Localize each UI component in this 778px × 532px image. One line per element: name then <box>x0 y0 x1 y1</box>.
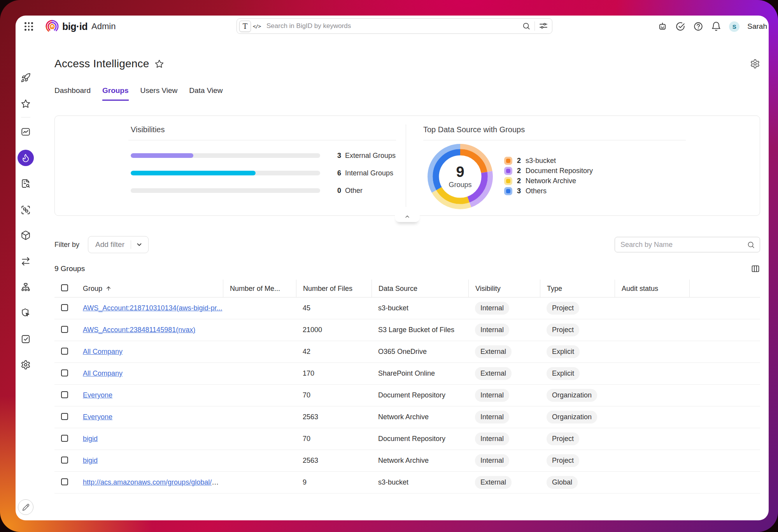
sidebar-item-hierarchy[interactable] <box>21 282 31 292</box>
row-checkbox[interactable] <box>61 369 68 376</box>
app-window: big·id Admin T </> <box>16 16 769 520</box>
help-circle-icon[interactable] <box>693 21 703 32</box>
brand-name: big·id <box>62 21 88 32</box>
sidebar-item-data-flows[interactable] <box>21 256 31 266</box>
column-header-visibility[interactable]: Visibility <box>468 280 540 298</box>
sidebar-item-catalog[interactable] <box>21 178 31 189</box>
row-checkbox[interactable] <box>61 348 68 355</box>
app-launcher-icon[interactable] <box>23 21 34 32</box>
edit-fab[interactable] <box>18 499 33 515</box>
row-checkbox[interactable] <box>61 304 68 311</box>
group-link[interactable]: AWS_Account:218710310134(aws-bigid-pr... <box>83 304 223 312</box>
bar-count: 6 <box>337 169 341 177</box>
column-header-group[interactable]: Group <box>76 280 223 298</box>
visibility-bar-row: 3External Groups <box>131 153 406 158</box>
column-header-members[interactable]: Number of Me... <box>223 280 296 298</box>
page-settings-icon[interactable] <box>750 59 760 69</box>
visibility-badge: External <box>475 367 512 380</box>
group-link[interactable]: Everyone <box>83 391 112 399</box>
sidebar-item-settings[interactable] <box>21 360 31 370</box>
global-search-input[interactable] <box>266 22 522 30</box>
advanced-search-icon[interactable] <box>539 21 548 31</box>
global-search-bar[interactable]: T </> <box>237 18 552 34</box>
legend-label: Network Archive <box>526 177 576 185</box>
favorite-star-icon[interactable] <box>154 59 164 69</box>
group-link[interactable]: bigid <box>83 457 98 464</box>
column-header-audit-status[interactable]: Audit status <box>615 280 689 298</box>
legend-item: 2 Document Repository <box>504 167 593 175</box>
add-filter-button[interactable]: Add filter <box>88 236 149 253</box>
row-checkbox[interactable] <box>61 457 68 464</box>
row-checkbox[interactable] <box>61 435 68 442</box>
legend-item: 2 s3-bucket <box>504 157 593 165</box>
assistant-bot-icon[interactable] <box>657 21 668 32</box>
type-badge: Project <box>547 432 579 445</box>
table-row: AWS_Account:218710310134(aws-bigid-pr...… <box>54 298 760 319</box>
visibilities-panel: Visibilities 3External Groups 6Internal … <box>55 116 406 215</box>
tab-data-view[interactable]: Data View <box>189 86 223 101</box>
legend-swatch <box>504 187 512 195</box>
group-link[interactable]: bigid <box>83 435 98 443</box>
table-search-box[interactable] <box>615 237 760 252</box>
screen: big·id Admin T </> <box>0 0 778 532</box>
visibilities-divider <box>128 140 396 140</box>
top-data-source-panel: Top Data Source with Groups 9 Groups <box>406 116 760 215</box>
tab-dashboard[interactable]: Dashboard <box>54 86 91 101</box>
select-all-checkbox[interactable] <box>61 284 68 291</box>
group-link[interactable]: All Company <box>83 369 123 377</box>
sidebar-item-overview[interactable] <box>21 127 31 137</box>
sidebar <box>16 37 40 520</box>
row-checkbox[interactable] <box>61 413 68 420</box>
check-circle-icon[interactable] <box>675 21 685 32</box>
visibility-badge: Internal <box>475 389 509 402</box>
visibility-badge: Internal <box>475 302 509 315</box>
bell-icon[interactable] <box>711 21 721 32</box>
group-link[interactable]: All Company <box>83 348 123 355</box>
sidebar-item-access-intelligence[interactable] <box>18 150 34 166</box>
text-search-toggle[interactable]: T <box>239 21 251 32</box>
sidebar-item-favorites[interactable] <box>21 99 31 109</box>
bar-track <box>131 171 320 175</box>
filter-by-label: Filter by <box>54 241 79 249</box>
table-row: AWS_Account:238481145981(nvax) 21000 S3 … <box>54 319 760 341</box>
column-header-empty <box>689 280 760 298</box>
group-link[interactable]: Everyone <box>83 413 112 421</box>
visibility-badge: External <box>475 345 512 358</box>
row-checkbox[interactable] <box>61 391 68 398</box>
top-data-source-divider <box>423 140 686 140</box>
column-header-data-source[interactable]: Data Source <box>371 280 468 298</box>
row-checkbox[interactable] <box>61 478 68 485</box>
filter-row: Filter by Add filter <box>54 236 760 253</box>
sidebar-item-rocket[interactable] <box>21 73 31 83</box>
visibility-bar-fill <box>131 153 193 158</box>
column-settings-icon[interactable] <box>751 264 760 273</box>
collapse-summary-button[interactable] <box>395 211 420 222</box>
user-name[interactable]: Sarah <box>747 22 767 31</box>
sidebar-item-access-governance[interactable] <box>21 308 31 318</box>
legend-label: Others <box>526 187 547 195</box>
tab-users-view[interactable]: Users View <box>140 86 178 101</box>
sidebar-item-tasks[interactable] <box>21 334 31 344</box>
app-bar: big·id Admin T </> <box>16 16 769 37</box>
brand[interactable]: big·id Admin <box>44 19 116 34</box>
table-search-input[interactable] <box>620 241 747 249</box>
cell-files: 2563 <box>296 457 371 465</box>
cell-data-source: Document Repository <box>371 435 468 443</box>
tab-groups[interactable]: Groups <box>102 86 129 101</box>
type-badge: Project <box>547 324 579 336</box>
group-link[interactable]: AWS_Account:238481145981(nvax) <box>83 326 195 334</box>
legend-label: Document Repository <box>526 167 593 175</box>
avatar[interactable]: S <box>729 21 739 32</box>
search-icon[interactable] <box>747 241 755 249</box>
sidebar-item-cluster[interactable] <box>21 205 31 215</box>
column-header-type[interactable]: Type <box>540 280 615 298</box>
sidebar-item-applications[interactable] <box>21 230 31 240</box>
bar-track <box>131 188 320 193</box>
row-checkbox[interactable] <box>61 326 68 333</box>
cell-files: 70 <box>296 435 371 443</box>
groups-donut-chart: 9 Groups <box>425 141 496 212</box>
code-search-toggle[interactable]: </> <box>251 21 263 32</box>
column-header-files[interactable]: Number of Files <box>296 280 371 298</box>
group-link[interactable]: http://acs.amazonaws.com/groups/global/A… <box>83 478 223 486</box>
search-icon[interactable] <box>522 22 531 30</box>
